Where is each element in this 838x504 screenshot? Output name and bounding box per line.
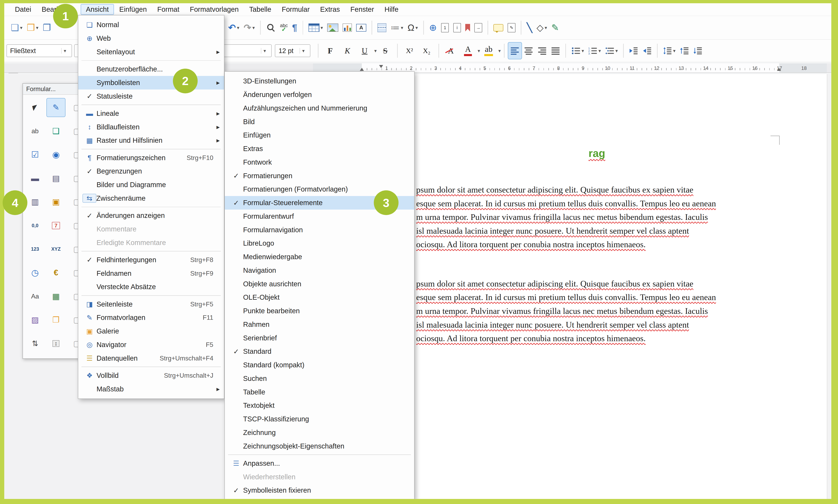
menubar-item-ansicht[interactable]: Ansicht <box>81 4 114 15</box>
menubar-item-datei[interactable]: Datei <box>10 4 36 15</box>
pattern-field-button[interactable]: XYZ <box>47 239 66 258</box>
label-field-button[interactable]: ab <box>25 122 45 141</box>
submenu-item-wiederherstellen[interactable]: Wiederherstellen <box>225 470 414 484</box>
track-changes-button[interactable]: ✎ <box>506 19 518 36</box>
strikethrough-button[interactable]: S <box>377 43 394 58</box>
currency-field-button[interactable]: € <box>47 263 66 282</box>
menu-item-galerie[interactable]: ▣ Galerie <box>78 324 224 338</box>
submenu-item-objekte-ausrichten[interactable]: Objekte ausrichten <box>225 277 414 291</box>
menu-item-vollbild[interactable]: ❖ Vollbild Strg+Umschalt+J <box>78 369 224 382</box>
menu-item-bilder-und-diagramme[interactable]: Bilder und Diagramme <box>78 178 224 192</box>
menubar-item-format[interactable]: Format <box>152 4 185 15</box>
increase-indent-button[interactable] <box>627 42 640 59</box>
align-center-button[interactable] <box>522 42 535 59</box>
insert-line-button[interactable]: ╲ <box>525 19 534 36</box>
menu-item-statusleiste[interactable]: ✓ Statusleiste <box>78 90 224 103</box>
date-field-button[interactable]: 7 <box>47 216 66 235</box>
submenu-item-tabelle[interactable]: Tabelle <box>225 385 414 399</box>
submenu-item-aufzaehlungszeichen[interactable]: Aufzählungszeichen und Nummerierung <box>225 102 414 115</box>
paragraph-style-combo[interactable]: Fließtext▾ <box>6 44 72 57</box>
spelling-button[interactable]: abc✓ <box>278 19 290 36</box>
right-indent-marker[interactable] <box>777 68 781 71</box>
submenu-item-zeichnungsobjekt-eigenschaften[interactable]: Zeichnungsobjekt-Eigenschaften <box>225 439 414 453</box>
table-control-button[interactable]: ▦ <box>47 287 66 306</box>
submenu-item-navigation[interactable]: Navigation <box>225 264 414 277</box>
submenu-item-einfuegen[interactable]: Einfügen <box>225 129 414 142</box>
menu-item-lineale[interactable]: ▬ Lineale ▶ <box>78 107 224 120</box>
submenu-item-zeichnung[interactable]: Zeichnung <box>225 426 414 439</box>
menu-item-symbolleisten[interactable]: Symbolleisten ▶ <box>78 76 224 90</box>
menubar-item-einfuegen[interactable]: Einfügen <box>114 4 152 15</box>
submenu-item-bild[interactable]: Bild <box>225 115 414 129</box>
submenu-item-serienbrief[interactable]: Serienbrief <box>225 331 414 345</box>
option-button-button[interactable]: ◉ <box>47 145 66 164</box>
push-button-button[interactable]: ▬ <box>25 169 45 188</box>
subscript-button[interactable]: X₂ <box>418 43 435 58</box>
insert-textbox-button[interactable]: A <box>354 19 368 36</box>
menu-item-navigator[interactable]: ◎ Navigator F5 <box>78 338 224 352</box>
menu-item-erledigte-kommentare[interactable]: Erledigte Kommentare <box>78 236 224 250</box>
menubar-item-formatvorlagen[interactable]: Formatvorlagen <box>185 4 244 15</box>
menu-item-normal[interactable]: ❏ Normal <box>78 18 224 32</box>
group-box-button[interactable]: ❑ <box>47 122 66 141</box>
submenu-item-formatierungen[interactable]: ✓ Formatierungen <box>225 169 414 183</box>
show-draw-functions-button[interactable]: ✎ <box>549 19 561 36</box>
submenu-item-aenderungen-verfolgen[interactable]: Änderungen verfolgen <box>225 88 414 102</box>
left-indent-marker[interactable] <box>360 68 364 71</box>
underline-button[interactable]: U <box>356 43 373 58</box>
menubar-item-extras[interactable]: Extras <box>315 4 345 15</box>
menu-item-bildlaufleisten[interactable]: ↕ Bildlaufleisten ▶ <box>78 120 224 134</box>
menu-item-versteckte-absaetze[interactable]: Versteckte Absätze <box>78 280 224 294</box>
submenu-item-anpassen[interactable]: ☰ Anpassen... <box>225 456 414 470</box>
insert-page-break-button[interactable] <box>375 19 389 36</box>
insert-special-character-button[interactable]: Ω▾ <box>406 19 420 36</box>
menu-item-benutzeroberflaeche[interactable]: Benutzeroberfläche... <box>78 62 224 76</box>
menu-item-formatierungszeichen[interactable]: ¶ Formatierungszeichen Strg+F10 <box>78 151 224 165</box>
insert-bookmark-button[interactable] <box>463 19 472 36</box>
submenu-item-rahmen[interactable]: Rahmen <box>225 318 414 331</box>
align-left-button[interactable] <box>508 42 522 59</box>
first-line-indent-marker[interactable] <box>379 65 383 68</box>
menu-item-feldhinterlegungen[interactable]: ✓ Feldhinterlegungen Strg+F8 <box>78 253 224 267</box>
submenu-item-symbolleisten-fixieren[interactable]: ✓ Symbolleisten fixieren <box>225 484 414 497</box>
image-control-button[interactable]: ▨ <box>25 310 45 329</box>
align-right-button[interactable] <box>535 42 549 59</box>
menu-item-datenquellen[interactable]: ☰ Datenquellen Strg+Umschalt+F4 <box>78 352 224 365</box>
font-size-combo[interactable]: 12 pt▾ <box>275 44 310 57</box>
submenu-item-ole-objekt[interactable]: OLE-Objekt <box>225 291 414 304</box>
list-box-button[interactable]: ▤ <box>47 169 66 188</box>
decrease-paragraph-spacing-button[interactable] <box>691 42 704 59</box>
submenu-item-medienwiedergabe[interactable]: Medienwiedergabe <box>225 250 414 264</box>
submenu-item-standard[interactable]: ✓ Standard <box>225 345 414 358</box>
text-box-button[interactable]: Aa <box>25 287 45 306</box>
ordered-list-button[interactable]: ▾ <box>586 42 603 59</box>
select-button[interactable]: ◤ <box>25 98 45 117</box>
font-color-button[interactable]: A <box>459 43 477 58</box>
unordered-list-button[interactable]: ▾ <box>569 42 586 59</box>
save-button[interactable]: ❐ <box>40 19 53 36</box>
insert-chart-button[interactable] <box>340 19 354 36</box>
insert-cross-reference-button[interactable]: → <box>472 19 484 36</box>
menu-item-web[interactable]: ⊕ Web <box>78 32 224 45</box>
insert-comment-button[interactable] <box>491 19 506 36</box>
menubar-item-formular[interactable]: Formular <box>276 4 315 15</box>
submenu-item-librelogo[interactable]: LibreLogo <box>225 237 414 250</box>
menu-item-massstab[interactable]: Maßstab ▶ <box>78 382 224 396</box>
undo-button[interactable]: ↶▾ <box>226 19 241 36</box>
menubar-item-tabelle[interactable]: Tabelle <box>244 4 276 15</box>
menu-item-feldnamen[interactable]: Feldnamen Strg+F9 <box>78 267 224 280</box>
menu-item-seitenlayout[interactable]: Seitenlayout ▶ <box>78 45 224 59</box>
highlight-color-button[interactable]: ab <box>480 43 497 58</box>
menu-item-aenderungen-anzeigen[interactable]: ✓ Änderungen anzeigen <box>78 209 224 222</box>
open-button[interactable]: ❒▾ <box>24 19 40 36</box>
submenu-item-textobjekt[interactable]: Textobjekt <box>225 399 414 413</box>
submenu-item-suchen[interactable]: Suchen <box>225 372 414 385</box>
scrollbar-button[interactable]: ↕ <box>47 334 66 353</box>
menu-item-kommentare[interactable]: Kommentare <box>78 222 224 236</box>
menu-item-begrenzungen[interactable]: ✓ Begrenzungen <box>78 164 224 178</box>
insert-hyperlink-button[interactable]: ⊕ <box>427 19 439 36</box>
align-justify-button[interactable] <box>549 42 562 59</box>
combo-box-button[interactable]: ▥ <box>25 192 45 211</box>
menu-item-zwischenraeume[interactable]: ⇆ Zwischenräume <box>78 192 224 205</box>
decrease-indent-button[interactable] <box>640 42 654 59</box>
